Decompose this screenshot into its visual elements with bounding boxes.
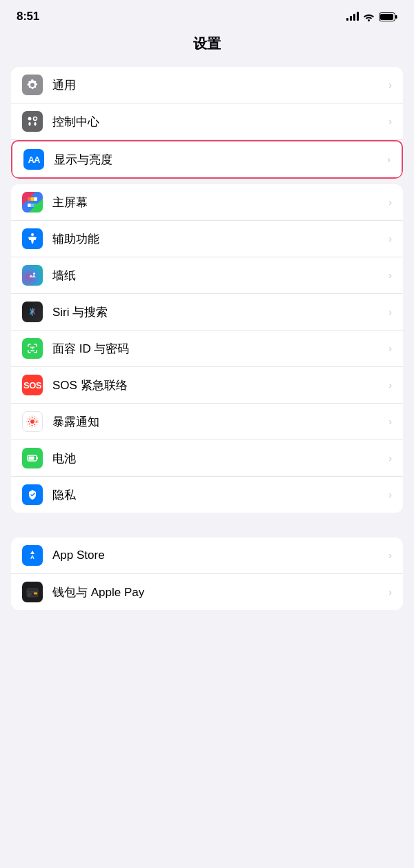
wallet-chevron: › xyxy=(388,586,392,598)
svg-point-16 xyxy=(30,420,34,424)
svg-rect-21 xyxy=(29,457,34,460)
settings-item-general[interactable]: 通用 › xyxy=(11,67,403,103)
faceid-label: 面容 ID 与密码 xyxy=(52,341,386,357)
control-label: 控制中心 xyxy=(52,114,386,130)
sos-chevron: › xyxy=(388,379,392,391)
status-bar: 8:51 xyxy=(0,0,414,29)
display-icon: AA xyxy=(23,149,44,170)
svg-point-0 xyxy=(368,19,370,21)
signal-icon xyxy=(346,12,359,21)
accessibility-chevron: › xyxy=(388,233,392,244)
battery-icon xyxy=(379,12,397,21)
svg-rect-28 xyxy=(28,595,30,596)
exposure-chevron: › xyxy=(388,416,392,427)
svg-rect-20 xyxy=(37,457,39,460)
svg-rect-12 xyxy=(31,197,34,201)
appstore-label: App Store xyxy=(52,549,386,562)
svg-text:A: A xyxy=(30,554,34,560)
accessibility-label: 辅助功能 xyxy=(52,231,386,247)
wallet-label: 钱包与 Apple Pay xyxy=(52,584,386,600)
homescreen-chevron: › xyxy=(388,197,392,208)
page-title: 设置 xyxy=(0,34,414,53)
svg-rect-26 xyxy=(34,593,37,595)
settings-item-battery[interactable]: 电池 › xyxy=(11,440,403,477)
separator xyxy=(0,518,414,532)
privacy-label: 隐私 xyxy=(52,487,386,503)
settings-item-faceid[interactable]: 面容 ID 与密码 › xyxy=(11,331,403,367)
control-chevron: › xyxy=(388,116,392,127)
homescreen-icon xyxy=(22,192,43,213)
status-time: 8:51 xyxy=(17,10,39,23)
settings-item-accessibility[interactable]: 辅助功能 › xyxy=(11,221,403,257)
settings-item-control[interactable]: 控制中心 › xyxy=(11,103,403,140)
general-chevron: › xyxy=(388,79,392,90)
settings-item-display[interactable]: AA 显示与亮度 › xyxy=(11,140,403,179)
exposure-icon xyxy=(22,411,43,432)
svg-point-5 xyxy=(34,117,37,121)
privacy-chevron: › xyxy=(388,489,392,500)
settings-item-siri[interactable]: Siri 与搜索 › xyxy=(11,294,403,331)
privacy-icon xyxy=(22,484,43,505)
settings-group-1: 通用 › 控制中心 › AA 显示与亮度 › xyxy=(11,67,403,179)
settings-item-exposure[interactable]: 暴露通知 › xyxy=(11,404,403,440)
faceid-chevron: › xyxy=(388,343,392,354)
accessibility-icon xyxy=(22,228,43,249)
general-label: 通用 xyxy=(52,77,386,93)
siri-icon xyxy=(22,302,43,322)
display-label: 显示与亮度 xyxy=(54,152,384,168)
sos-icon: SOS xyxy=(22,375,43,395)
wifi-icon xyxy=(363,12,375,21)
svg-rect-11 xyxy=(34,204,37,207)
svg-rect-13 xyxy=(31,204,34,207)
wallet-icon xyxy=(22,582,43,602)
homescreen-label: 主屏幕 xyxy=(52,195,386,210)
battery-chevron: › xyxy=(388,453,392,464)
faceid-icon xyxy=(22,338,43,359)
appstore-chevron: › xyxy=(388,550,392,561)
settings-item-wallpaper[interactable]: 墙纸 › xyxy=(11,257,403,294)
wallpaper-chevron: › xyxy=(388,270,392,281)
battery-label: 电池 xyxy=(52,451,386,466)
settings-item-privacy[interactable]: 隐私 › xyxy=(11,477,403,513)
wallpaper-icon xyxy=(22,265,43,286)
sos-label: SOS 紧急联络 xyxy=(52,377,386,393)
exposure-label: 暴露通知 xyxy=(52,414,386,430)
control-icon xyxy=(22,111,43,132)
settings-item-homescreen[interactable]: 主屏幕 › xyxy=(11,184,403,221)
svg-point-4 xyxy=(28,117,32,121)
display-chevron: › xyxy=(387,154,391,165)
siri-label: Siri 与搜索 xyxy=(52,304,386,320)
settings-item-appstore[interactable]: A App Store › xyxy=(11,537,403,574)
svg-rect-9 xyxy=(34,197,37,201)
appstore-icon: A xyxy=(22,545,43,566)
siri-chevron: › xyxy=(388,306,392,317)
settings-item-sos[interactable]: SOS SOS 紧急联络 › xyxy=(11,367,403,404)
wallpaper-label: 墙纸 xyxy=(52,268,386,284)
settings-group-2: 主屏幕 › 辅助功能 › 墙纸 › xyxy=(11,184,403,513)
svg-rect-8 xyxy=(28,197,31,201)
svg-point-14 xyxy=(31,233,34,236)
settings-item-wallet[interactable]: 钱包与 Apple Pay › xyxy=(11,574,403,610)
svg-rect-6 xyxy=(29,122,31,126)
svg-rect-10 xyxy=(28,204,31,207)
svg-rect-3 xyxy=(380,14,393,20)
svg-rect-7 xyxy=(34,122,37,126)
battery-item-icon xyxy=(22,448,43,468)
page-title-bar: 设置 xyxy=(0,29,414,61)
svg-point-15 xyxy=(33,273,35,275)
settings-group-3: A App Store › 钱包与 Apple Pay › xyxy=(11,537,403,610)
svg-rect-27 xyxy=(28,594,32,595)
status-icons xyxy=(346,12,397,21)
svg-rect-2 xyxy=(395,15,397,19)
general-icon xyxy=(22,75,43,95)
